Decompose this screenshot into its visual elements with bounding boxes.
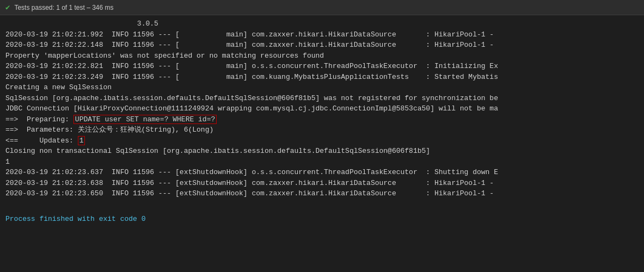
sql-preparing-boxed: UPDATE user SET name=? WHERE id=? [73,115,217,124]
console-line: ==> Parameters: 关注公众号：狂神说(String), 6(Lon… [5,125,639,135]
console-line: Creating a new SqlSession [5,82,639,93]
console-line: 2020-03-19 21:02:22.821 INFO 11596 --- [… [5,61,639,72]
console-line [5,199,639,210]
sql-updates-boxed: 1 [78,136,85,145]
check-icon: ✔ [5,3,10,12]
console-line: 1 [5,157,639,168]
console-line: SqlSession [org.apache.ibatis.session.de… [5,93,639,104]
console-line: Process finished with exit code 0 [5,214,639,225]
console-line: 3.0.5 [5,18,639,29]
title-bar: ✔ Tests passed: 1 of 1 test – 346 ms [0,0,644,15]
title-text: Tests passed: 1 of 1 test – 346 ms [14,4,113,11]
console-line: 2020-03-19 21:02:21.992 INFO 11596 --- [… [5,29,639,40]
console-area: 3.0.52020-03-19 21:02:21.992 INFO 11596 … [0,15,644,272]
console-line: Property 'mapperLocations' was not speci… [5,51,639,61]
console-line: JDBC Connection [HikariProxyConnection@1… [5,103,639,114]
console-line: 2020-03-19 21:02:23.638 INFO 11596 --- [… [5,178,639,189]
console-line: 2020-03-19 21:02:23.637 INFO 11596 --- [… [5,167,639,178]
console-line: 2020-03-19 21:02:23.249 INFO 11596 --- [… [5,72,639,83]
console-line: <== Updates: 1 [5,135,639,146]
console-line: 2020-03-19 21:02:23.650 INFO 11596 --- [… [5,188,639,199]
console-line: 2020-03-19 21:02:22.148 INFO 11596 --- [… [5,40,639,51]
console-line: ==> Preparing: UPDATE user SET name=? WH… [5,114,639,125]
console-line: Closing non transactional SqlSession [or… [5,146,639,157]
